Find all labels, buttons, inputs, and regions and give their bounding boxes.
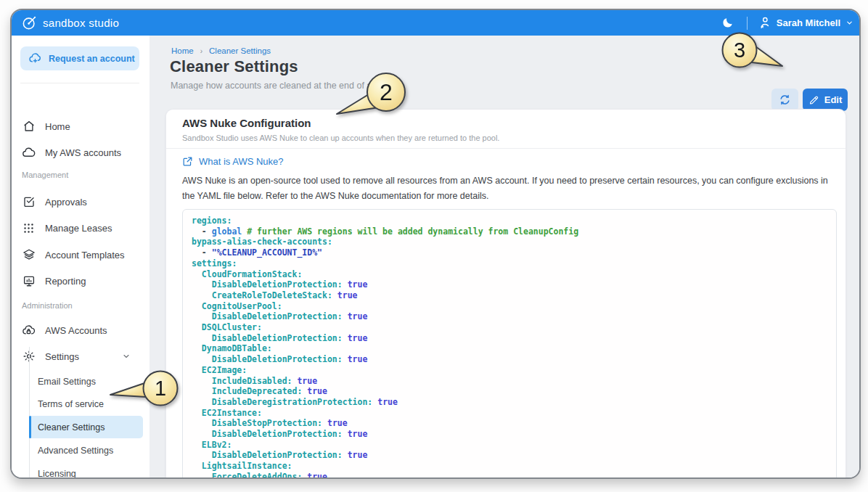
code-line: EC2Instance: <box>192 408 827 419</box>
annotation-callout-2: 2 <box>332 70 412 122</box>
refresh-icon <box>779 94 791 106</box>
sidebar-item-manage-leases[interactable]: Manage Leases <box>22 217 112 239</box>
card-title: AWS Nuke Configuration <box>182 117 311 129</box>
sidebar-item-label: Cleaner Settings <box>38 422 105 432</box>
sidebar-item-my-aws-accounts[interactable]: My AWS accounts <box>22 142 121 163</box>
sandbox-studio-logo-icon <box>22 15 37 30</box>
submenu-indent-guide <box>29 347 30 479</box>
code-line: bypass-alias-check-accounts: <box>192 237 827 247</box>
sidebar-item-reporting[interactable]: Reporting <box>22 270 86 292</box>
sidebar-item-advanced-settings[interactable]: Advanced Settings <box>38 440 113 462</box>
sidebar-item-cleaner-settings[interactable]: Cleaner Settings <box>29 416 143 438</box>
sidebar-item-licensing[interactable]: Licensing <box>38 463 76 479</box>
sidebar-item-label: Approvals <box>45 197 87 208</box>
code-line: IncludeDisabled: true <box>192 376 827 387</box>
sidebar-item-label: Account Templates <box>45 250 125 261</box>
sidebar-item-label: Reporting <box>45 276 86 287</box>
breadcrumb: Home › Cleaner Settings <box>171 46 271 55</box>
sidebar-item-email-settings[interactable]: Email Settings <box>38 371 96 393</box>
topbar-divider <box>747 17 748 30</box>
code-line: DisableDeletionProtection: true <box>192 450 827 461</box>
moon-icon <box>721 17 734 29</box>
chevron-down-icon <box>846 19 853 27</box>
sidebar-item-terms-of-service[interactable]: Terms of service <box>38 393 104 415</box>
code-line: CreateRoleToDeleteStack: true <box>192 290 827 301</box>
yaml-config-viewer: regions: - global # further AWS regions … <box>182 209 837 477</box>
cloud-icon <box>22 146 36 160</box>
app-logo[interactable]: sandbox studio <box>22 15 119 30</box>
layers-icon <box>22 248 36 262</box>
refresh-button[interactable] <box>771 89 798 111</box>
cloud-plus-icon <box>28 52 42 65</box>
pencil-icon <box>808 94 819 105</box>
home-icon <box>22 120 36 134</box>
annotation-number: 2 <box>380 79 393 105</box>
sidebar-divider <box>20 83 139 83</box>
code-line: DisableDeletionProtection: true <box>192 279 827 290</box>
approvals-icon <box>22 195 36 209</box>
annotation-callout-3: 3 <box>717 30 790 75</box>
code-line: DisableDeletionProtection: true <box>192 333 827 344</box>
annotation-number: 3 <box>734 38 745 62</box>
code-line: CognitoUserPool: <box>192 301 827 312</box>
aws-nuke-configuration-card: AWS Nuke Configuration Sandbox Studio us… <box>165 109 846 477</box>
sidebar-item-label: Manage Leases <box>45 223 112 234</box>
code-line: ForceDeleteAddOns: true <box>192 472 827 477</box>
breadcrumb-current-link[interactable]: Cleaner Settings <box>209 46 271 55</box>
sidebar-section-management: Management <box>22 171 68 182</box>
breadcrumb-separator: › <box>200 47 202 55</box>
report-monitor-icon <box>22 274 36 288</box>
chevron-down-icon <box>122 352 131 361</box>
user-name: Sarah Mitchell <box>777 17 840 28</box>
request-account-label: Request an account <box>49 54 135 64</box>
edit-button-label: Edit <box>824 94 843 105</box>
sidebar-item-account-templates[interactable]: Account Templates <box>22 244 125 266</box>
code-line: EC2Image: <box>192 365 827 376</box>
sidebar-section-administration: Administration <box>22 301 73 313</box>
annotation-number: 1 <box>155 377 166 400</box>
code-line: DisableDeregistrationProtection: true <box>192 397 827 408</box>
code-line: DisableDeletionProtection: true <box>192 354 827 365</box>
cloud-lock-icon <box>22 324 36 337</box>
code-line: - "%CLEANUP_ACCOUNT_ID%" <box>192 247 827 258</box>
sidebar-item-label: Settings <box>45 351 79 362</box>
code-line: CloudFormationStack: <box>192 269 827 280</box>
code-line: - global # further AWS regions will be a… <box>192 226 827 237</box>
code-line: DisableStopProtection: true <box>192 418 827 429</box>
sidebar-item-approvals[interactable]: Approvals <box>22 191 87 213</box>
code-line: DSQLCluster: <box>192 322 827 333</box>
sidebar-item-aws-accounts[interactable]: AWS Accounts <box>22 319 107 341</box>
sidebar-item-label: My AWS accounts <box>45 147 121 158</box>
code-line: ELBv2: <box>192 440 827 451</box>
grid-dots-icon <box>22 221 36 235</box>
code-line: DisableDeletionProtection: true <box>192 311 827 322</box>
annotation-callout-1: 1 <box>100 364 181 416</box>
edit-button[interactable]: Edit <box>803 89 848 111</box>
card-divider <box>166 148 846 149</box>
code-line: DisableDeletionProtection: true <box>192 429 827 440</box>
user-admin-icon <box>758 16 771 30</box>
dark-mode-toggle[interactable] <box>719 15 737 32</box>
active-indicator <box>29 416 31 438</box>
code-line: DynamoDBTable: <box>192 343 827 354</box>
code-line: LightsailInstance: <box>192 461 827 472</box>
aws-nuke-description: AWS Nuke is an open-source tool used to … <box>182 173 831 204</box>
user-menu[interactable]: Sarah Mitchell <box>758 16 853 30</box>
request-account-button[interactable]: Request an account <box>20 46 139 70</box>
app-title: sandbox studio <box>43 17 119 29</box>
sidebar-item-label: AWS Accounts <box>45 325 107 336</box>
page-title: Cleaner Settings <box>170 57 298 76</box>
sidebar-item-home[interactable]: Home <box>22 115 70 137</box>
sidebar-item-label: Home <box>45 121 70 132</box>
code-line: regions: <box>192 216 827 226</box>
code-line: IncludeDeprecated: true <box>192 386 827 397</box>
what-is-aws-nuke-label: What is AWS Nuke? <box>199 156 284 167</box>
breadcrumb-home-link[interactable]: Home <box>171 46 194 55</box>
code-line: settings: <box>192 258 827 269</box>
card-subtitle: Sandbox Studio uses AWS Nuke to clean up… <box>182 134 499 142</box>
main-content: Home › Cleaner Settings Cleaner Settings… <box>150 36 859 477</box>
external-link-icon <box>182 156 193 167</box>
what-is-aws-nuke-link[interactable]: What is AWS Nuke? <box>182 156 284 167</box>
